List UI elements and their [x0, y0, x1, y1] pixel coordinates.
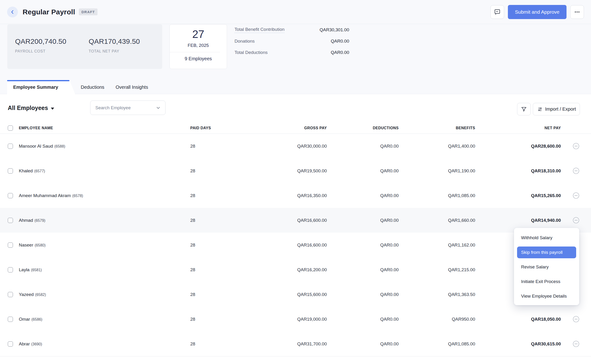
circle-ellipsis-icon: [573, 143, 579, 149]
employee-name: Ameer Muhammad Akram(6578): [19, 193, 190, 198]
gross-pay-cell: QAR16,600.00: [219, 218, 327, 223]
deductions-cell: QAR0.00: [327, 218, 399, 223]
net-pay-cell: QAR18,050.00: [475, 317, 561, 322]
benefits-cell: QAR1,363.50: [399, 292, 475, 297]
deductions-cell: QAR0.00: [327, 317, 399, 322]
import-export-button[interactable]: Import / Export: [533, 103, 580, 115]
row-checkbox[interactable]: [8, 193, 13, 198]
menu-item-revise-salary[interactable]: Revise Salary: [517, 261, 576, 273]
stat-row-total-deductions: Total Deductions QAR0.00: [234, 49, 349, 56]
tab-overall-insights[interactable]: Overall Insights: [110, 80, 154, 94]
menu-item-view-employee-details[interactable]: View Employee Details: [517, 290, 576, 302]
row-actions-button[interactable]: [573, 143, 579, 149]
net-pay-cell: QAR18,310.00: [475, 168, 561, 174]
header-bar: Regular Payroll DRAFT Submit and Approve: [0, 0, 591, 24]
row-checkbox[interactable]: [8, 242, 13, 248]
row-actions-button[interactable]: [573, 341, 579, 347]
benefit-contribution-label[interactable]: Total Benefit Contribution: [234, 27, 285, 33]
tab-employee-summary[interactable]: Employee Summary: [7, 80, 75, 94]
tab-deductions[interactable]: Deductions: [75, 80, 110, 94]
deductions-cell: QAR0.00: [327, 242, 399, 248]
circle-ellipsis-icon: [573, 192, 579, 199]
employee-id: (6578): [72, 194, 83, 198]
active-tab-indicator: [7, 80, 70, 81]
row-checkbox[interactable]: [8, 317, 13, 322]
column-benefits: BENEFITS: [399, 126, 475, 130]
row-actions-button[interactable]: [573, 168, 579, 174]
filter-button[interactable]: [517, 103, 531, 115]
column-net-pay: NET PAY: [475, 126, 561, 130]
total-net-pay-value: QAR170,439.50: [89, 38, 162, 46]
column-employee-name: EMPLOYEE NAME: [19, 126, 190, 130]
table-header-row: EMPLOYEE NAME PAID DAYS GROSS PAY DEDUCT…: [0, 123, 591, 134]
benefits-cell: QAR1,162.00: [399, 242, 475, 248]
benefits-cell: QAR1,085.00: [399, 341, 475, 347]
deductions-cell: QAR0.00: [327, 267, 399, 273]
table-body: Mansoor Al Saud(6588) 28 QAR30,000.00 QA…: [0, 134, 591, 357]
employee-id: (6582): [35, 293, 46, 297]
pay-date-month-year: FEB, 2025: [170, 43, 227, 48]
chevron-down-icon: [156, 105, 161, 111]
comments-button[interactable]: [490, 5, 504, 19]
menu-item-withhold-salary[interactable]: Withhold Salary: [517, 232, 576, 244]
payroll-cost-label: PAYROLL COST: [15, 49, 89, 53]
back-button[interactable]: [7, 6, 18, 17]
menu-item-skip-from-this-payroll[interactable]: Skip from this payroll: [517, 247, 576, 258]
employee-count: 9 Employees: [170, 56, 227, 61]
total-deductions-value: QAR0.00: [331, 50, 349, 55]
employee-name: Yazeed(6582): [19, 292, 190, 297]
table-row: Khaled(6577) 28 QAR19,500.00 QAR0.00 QAR…: [0, 158, 591, 183]
row-actions-button[interactable]: [573, 192, 579, 199]
circle-ellipsis-icon: [573, 341, 579, 347]
search-employee-select[interactable]: Search Employee: [90, 101, 166, 115]
employee-name: Khaled(6577): [19, 168, 190, 174]
employee-name: Abrar(3690): [19, 341, 190, 347]
net-pay-cell: QAR14,940.00: [475, 218, 561, 223]
gross-pay-cell: QAR31,700.00: [219, 341, 327, 347]
benefits-cell: QAR1,400.00: [399, 144, 475, 149]
select-all-checkbox[interactable]: [8, 125, 13, 131]
total-net-pay-block: QAR170,439.50 TOTAL NET PAY: [89, 24, 162, 69]
date-card-divider: [170, 52, 220, 52]
menu-item-initiate-exit-process[interactable]: Initiate Exit Process: [517, 276, 576, 287]
paid-days-cell: 28: [190, 218, 219, 223]
total-net-pay-label: TOTAL NET PAY: [89, 49, 162, 53]
comment-icon: [494, 9, 500, 15]
net-pay-cell: QAR15,265.00: [475, 193, 561, 198]
pay-date-card: 27 FEB, 2025 9 Employees: [169, 24, 227, 69]
ellipsis-icon: [574, 9, 580, 15]
employee-filter-dropdown[interactable]: All Employees: [8, 104, 54, 111]
gross-pay-cell: QAR19,500.00: [219, 168, 327, 174]
row-checkbox[interactable]: [8, 168, 13, 174]
row-actions-button[interactable]: [573, 217, 579, 223]
gross-pay-cell: QAR16,200.00: [219, 267, 327, 273]
table-row: Ahmad(6579) 28 QAR16,600.00 QAR0.00 QAR1…: [0, 208, 591, 233]
deductions-cell: QAR0.00: [327, 292, 399, 297]
table-row: Omar(6586) 28 QAR19,000.00 QAR0.00 QAR95…: [0, 307, 591, 332]
row-checkbox[interactable]: [8, 267, 13, 273]
employee-name: Omar(6586): [19, 317, 190, 322]
row-checkbox[interactable]: [8, 144, 13, 149]
deductions-cell: QAR0.00: [327, 144, 399, 149]
benefits-cell: QAR1,215.00: [399, 267, 475, 273]
row-checkbox[interactable]: [8, 218, 13, 223]
gross-pay-cell: QAR16,600.00: [219, 242, 327, 248]
row-checkbox[interactable]: [8, 341, 13, 347]
caret-down-icon: [51, 108, 54, 110]
employee-id: (6577): [34, 169, 45, 173]
paid-days-cell: 28: [190, 341, 219, 347]
submit-and-approve-button[interactable]: Submit and Approve: [508, 5, 566, 19]
employee-id: (6581): [31, 268, 42, 272]
paid-days-cell: 28: [190, 242, 219, 248]
benefits-cell: QAR950.00: [399, 317, 475, 322]
summary-row: QAR200,740.50 PAYROLL COST QAR170,439.50…: [7, 24, 349, 69]
stat-row-benefit-contribution: Total Benefit Contribution QAR30,301.00: [234, 26, 349, 33]
table-row: Abrar(3690) 28 QAR31,700.00 QAR0.00 QAR1…: [0, 332, 591, 356]
donations-label: Donations: [234, 39, 255, 44]
row-actions-button[interactable]: [573, 316, 579, 322]
row-checkbox[interactable]: [8, 292, 13, 297]
benefit-contribution-value: QAR30,301.00: [319, 27, 349, 32]
stat-row-donations: Donations QAR0.00: [234, 38, 349, 45]
employee-name: Ahmad(6579): [19, 218, 190, 223]
more-options-button[interactable]: [570, 5, 584, 19]
